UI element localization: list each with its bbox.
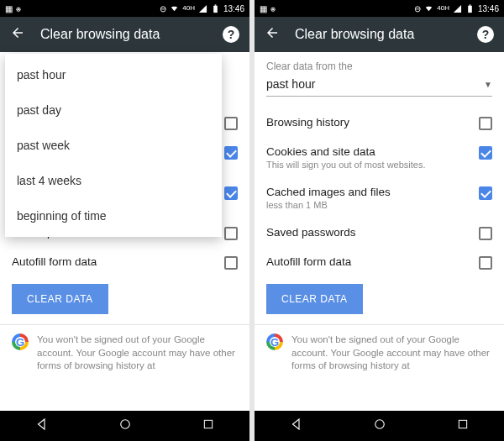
status-bar: ▦ ⎈ ⊖ 40H 13:46 bbox=[255, 0, 504, 17]
battery-icon bbox=[465, 4, 475, 13]
list-item[interactable]: Cached images and files less than 1 MB bbox=[266, 178, 492, 218]
app-bar: Clear browsing data ? bbox=[255, 17, 504, 52]
nav-home-icon[interactable] bbox=[118, 417, 133, 435]
google-logo-icon: G bbox=[12, 333, 29, 350]
image-icon: ▦ bbox=[260, 4, 267, 13]
clock-text: 13:46 bbox=[223, 4, 244, 13]
caret-down-icon: ▼ bbox=[484, 80, 492, 89]
checkbox[interactable] bbox=[224, 256, 238, 270]
item-label: Cookies and site data bbox=[266, 145, 472, 158]
back-icon[interactable] bbox=[10, 25, 25, 44]
wifi-icon bbox=[424, 4, 433, 13]
nav-bar bbox=[0, 411, 249, 441]
svg-rect-5 bbox=[470, 4, 471, 5]
signal-text: 40H bbox=[182, 5, 195, 12]
footer-text: You won't be signed out of your Google a… bbox=[37, 333, 238, 373]
checkbox[interactable] bbox=[479, 146, 492, 160]
checkbox[interactable] bbox=[224, 117, 238, 130]
status-bar: ▦ ⎈ ⊖ 40H 13:46 bbox=[0, 0, 249, 17]
svg-rect-1 bbox=[215, 4, 217, 5]
dropdown-label: Clear data from the bbox=[266, 60, 492, 72]
checkbox[interactable] bbox=[224, 146, 238, 160]
item-label: Cached images and files bbox=[266, 186, 472, 198]
checkbox[interactable] bbox=[479, 117, 492, 130]
help-icon[interactable]: ? bbox=[477, 26, 494, 43]
time-range-menu: past hour past day past week last 4 week… bbox=[5, 54, 222, 237]
svg-rect-3 bbox=[204, 420, 212, 428]
footer-note: G You won't be signed out of your Google… bbox=[266, 325, 492, 373]
time-range-dropdown[interactable]: past hour ▼ bbox=[266, 74, 492, 97]
checkbox[interactable] bbox=[224, 186, 238, 200]
item-label: Browsing history bbox=[266, 116, 472, 129]
item-label: Saved passwords bbox=[266, 226, 472, 239]
menu-item[interactable]: past day bbox=[5, 92, 222, 128]
footer-note: G You won't be signed out of your Google… bbox=[12, 325, 238, 373]
svg-rect-4 bbox=[468, 5, 472, 12]
item-label: Autofill form data bbox=[266, 255, 472, 268]
checkbox[interactable] bbox=[479, 227, 492, 240]
nav-recent-icon[interactable] bbox=[456, 417, 470, 434]
item-sublabel: less than 1 MB bbox=[266, 200, 472, 211]
image-icon: ▦ bbox=[5, 4, 13, 13]
nav-recent-icon[interactable] bbox=[202, 417, 215, 434]
item-sublabel: This will sign you out of most websites. bbox=[266, 160, 472, 171]
clock-text: 13:46 bbox=[478, 4, 499, 13]
help-icon[interactable]: ? bbox=[223, 26, 239, 43]
dnd-icon: ⊖ bbox=[160, 4, 166, 13]
wifi-icon bbox=[170, 4, 179, 13]
app-bar: Clear browsing data ? bbox=[0, 17, 249, 52]
svg-rect-0 bbox=[213, 5, 218, 12]
page-title: Clear browsing data bbox=[295, 27, 462, 42]
checkbox[interactable] bbox=[479, 186, 492, 200]
location-icon: ⎈ bbox=[16, 4, 21, 13]
dnd-icon: ⊖ bbox=[414, 4, 421, 13]
google-logo-icon: G bbox=[266, 333, 283, 350]
menu-item[interactable]: past week bbox=[5, 128, 222, 163]
clear-data-button[interactable]: CLEAR DATA bbox=[12, 284, 108, 314]
list-item[interactable]: Browsing history bbox=[266, 108, 492, 138]
svg-point-6 bbox=[375, 420, 385, 429]
menu-item[interactable]: past hour bbox=[5, 57, 222, 92]
battery-icon bbox=[211, 4, 220, 13]
phone-left: ▦ ⎈ ⊖ 40H 13:46 Clear browsing data ? Cl… bbox=[0, 0, 249, 441]
nav-bar bbox=[255, 411, 504, 441]
nav-back-icon[interactable] bbox=[289, 417, 304, 435]
list-item[interactable]: Saved passwords bbox=[266, 218, 492, 248]
phone-right: ▦ ⎈ ⊖ 40H 13:46 Clear browsing data ? Cl… bbox=[255, 0, 504, 441]
checkbox[interactable] bbox=[224, 227, 238, 240]
clear-data-button[interactable]: CLEAR DATA bbox=[266, 284, 363, 314]
checkbox[interactable] bbox=[479, 256, 492, 270]
dropdown-value: past hour bbox=[266, 77, 315, 91]
signal-icon bbox=[198, 4, 207, 13]
signal-icon bbox=[453, 4, 462, 13]
list-item[interactable]: Autofill form data bbox=[266, 248, 492, 277]
footer-text: You won't be signed out of your Google a… bbox=[291, 333, 492, 373]
page-title: Clear browsing data bbox=[40, 27, 207, 42]
nav-home-icon[interactable] bbox=[372, 417, 387, 435]
list-item[interactable]: Autofill form data bbox=[12, 248, 238, 277]
svg-rect-7 bbox=[459, 420, 466, 428]
location-icon: ⎈ bbox=[270, 4, 276, 13]
svg-point-2 bbox=[121, 420, 130, 429]
nav-back-icon[interactable] bbox=[34, 417, 50, 435]
back-icon[interactable] bbox=[265, 25, 280, 44]
content-area: Clear data from the past hour ▼ Browsing… bbox=[255, 52, 504, 411]
list-item[interactable]: Cookies and site data This will sign you… bbox=[266, 138, 492, 178]
menu-item[interactable]: beginning of time bbox=[5, 198, 222, 234]
menu-item[interactable]: last 4 weeks bbox=[5, 163, 222, 198]
item-label: Autofill form data bbox=[12, 255, 218, 268]
signal-text: 40H bbox=[437, 5, 449, 12]
